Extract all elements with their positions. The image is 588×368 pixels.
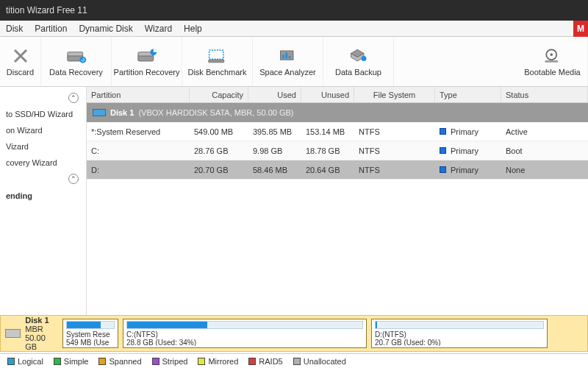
analyzer-icon — [278, 47, 298, 65]
disc-icon — [542, 47, 563, 65]
partition-recovery-label: Partition Recovery — [114, 68, 180, 77]
disk-header-row[interactable]: Disk 1 (VBOX HARDDISK SATA, MBR, 50.00 G… — [87, 103, 588, 122]
legend-item: Simple — [54, 357, 89, 366]
cell-type: Primary — [435, 166, 501, 174]
benchmark-icon — [207, 47, 228, 65]
cell-capacity: 549.00 MB — [190, 127, 248, 136]
window-title: tition Wizard Free 11 — [6, 5, 87, 15]
sidebar: ⌃ to SSD/HD Wizard on Wizard Vizard cove… — [0, 87, 87, 316]
disk-benchmark-button[interactable]: Disk Benchmark — [182, 37, 253, 86]
cell-used: 9.98 GB — [248, 146, 301, 155]
hdd-icon — [5, 329, 21, 338]
col-capacity[interactable]: Capacity — [190, 87, 248, 102]
cell-partition: *:System Reserved — [87, 127, 190, 136]
primary-swatch-icon — [440, 128, 446, 135]
disk-summary-sub2: 50.00 GB — [25, 333, 46, 351]
legend-label: Striped — [162, 357, 188, 366]
disk-map-segment[interactable]: C:(NTFS)28.8 GB (Used: 34%) — [123, 319, 367, 348]
titlebar: tition Wizard Free 11 — [0, 0, 588, 21]
col-used[interactable]: Used — [248, 87, 301, 102]
menubar: Disk Partition Dynamic Disk Wizard Help … — [0, 21, 588, 37]
legend-swatch-icon — [98, 358, 106, 365]
menu-disk[interactable]: Disk — [6, 24, 23, 34]
col-partition[interactable]: Partition — [87, 87, 190, 102]
hdd-refresh-icon — [66, 47, 87, 65]
disk-map: Disk 1 MBR 50.00 GB System Rese549 MB (U… — [0, 315, 588, 352]
partition-grid: Partition Capacity Used Unused File Syst… — [87, 87, 588, 316]
data-recovery-button[interactable]: Data Recovery — [41, 37, 112, 86]
legend-swatch-icon — [54, 358, 61, 365]
sidebar-pending: ending — [3, 187, 83, 205]
legend-swatch-icon — [152, 358, 159, 365]
cell-fs: NTFS — [354, 127, 435, 136]
space-analyzer-button[interactable]: Space Analyzer — [253, 37, 323, 86]
menu-wizard[interactable]: Wizard — [145, 24, 172, 34]
table-row[interactable]: D: 20.70 GB 58.46 MB 20.64 GB NTFS Prima… — [87, 160, 588, 180]
grid-header: Partition Capacity Used Unused File Syst… — [87, 87, 588, 103]
partition-recovery-button[interactable]: Partition Recovery — [112, 37, 182, 86]
table-row[interactable]: *:System Reserved 549.00 MB 395.85 MB 15… — [87, 122, 588, 141]
legend-item: Logical — [7, 357, 43, 366]
col-status[interactable]: Status — [501, 87, 588, 102]
legend-item: Unallocated — [293, 357, 346, 366]
cell-unused: 20.64 GB — [301, 166, 354, 174]
segment-label2: 20.7 GB (Used: 0%) — [375, 339, 544, 346]
data-backup-button[interactable]: Data Backup — [323, 37, 394, 86]
legend-swatch-icon — [293, 358, 301, 365]
sidebar-item-vizard[interactable]: Vizard — [3, 138, 83, 155]
cell-capacity: 20.70 GB — [190, 166, 248, 174]
svg-rect-9 — [282, 54, 284, 58]
brand-tag[interactable]: M — [573, 21, 588, 37]
legend-label: Mirrored — [208, 357, 238, 366]
col-unused[interactable]: Unused — [301, 87, 354, 102]
svg-point-12 — [361, 56, 366, 61]
cell-type: Primary — [435, 146, 501, 155]
discard-label: Discard — [7, 68, 34, 77]
menu-dynamic-disk[interactable]: Dynamic Disk — [79, 24, 132, 34]
legend-item: Mirrored — [198, 357, 238, 366]
col-filesystem[interactable]: File System — [354, 87, 435, 102]
svg-rect-1 — [67, 52, 82, 55]
legend-item: Striped — [152, 357, 188, 366]
chevron-up-icon[interactable]: ⌃ — [68, 174, 79, 184]
legend-item: Spanned — [98, 357, 141, 366]
disk-map-segment[interactable]: D:(NTFS)20.7 GB (Used: 0%) — [371, 319, 548, 348]
svg-point-2 — [79, 56, 86, 63]
legend-swatch-icon — [248, 358, 256, 365]
menu-partition[interactable]: Partition — [35, 24, 67, 34]
legend-label: RAID5 — [259, 357, 282, 366]
legend-label: Logical — [18, 357, 43, 366]
cell-unused: 153.14 MB — [301, 127, 354, 136]
bootable-media-label: Bootable Media — [524, 68, 580, 77]
discard-button[interactable]: Discard — [0, 37, 41, 86]
disk-benchmark-label: Disk Benchmark — [187, 68, 246, 77]
cell-capacity: 28.76 GB — [190, 146, 248, 155]
bootable-media-button[interactable]: Bootable Media — [517, 37, 588, 86]
disk-icon — [93, 109, 106, 116]
segment-label1: D:(NTFS) — [375, 330, 544, 338]
cell-fs: NTFS — [354, 166, 435, 174]
sidebar-item-recovery-wizard[interactable]: covery Wizard — [3, 155, 83, 171]
disk-map-segment[interactable]: System Rese549 MB (Use — [62, 319, 118, 348]
svg-rect-6 — [209, 50, 223, 59]
cell-type: Primary — [435, 127, 501, 136]
disk-summary-name: Disk 1 — [25, 316, 58, 325]
col-type[interactable]: Type — [435, 87, 501, 102]
sidebar-item-ssd-wizard[interactable]: to SSD/HD Wizard — [3, 106, 83, 122]
table-row[interactable]: C: 28.76 GB 9.98 GB 18.78 GB NTFS Primar… — [87, 141, 588, 160]
data-backup-label: Data Backup — [335, 68, 381, 77]
sidebar-item-on-wizard[interactable]: on Wizard — [3, 122, 83, 138]
disk-summary[interactable]: Disk 1 MBR 50.00 GB — [5, 316, 58, 351]
legend-label: Spanned — [109, 357, 141, 366]
chevron-up-icon[interactable]: ⌃ — [68, 93, 79, 103]
cell-fs: NTFS — [354, 146, 435, 155]
svg-rect-11 — [288, 56, 290, 59]
menu-help[interactable]: Help — [184, 24, 202, 34]
legend-label: Unallocated — [304, 357, 346, 366]
legend-swatch-icon — [7, 358, 15, 365]
cell-status: Boot — [501, 146, 588, 155]
cell-unused: 18.78 GB — [301, 146, 354, 155]
legend-swatch-icon — [198, 358, 205, 365]
legend-item: RAID5 — [248, 357, 282, 366]
cell-partition: D: — [87, 166, 190, 174]
